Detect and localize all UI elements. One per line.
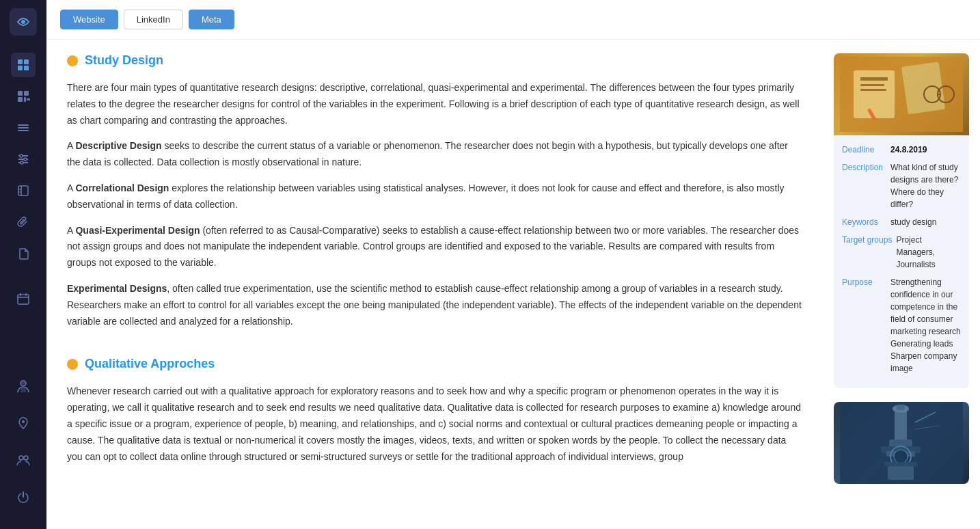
- purpose-label: Purpose: [842, 276, 886, 375]
- sidebar: [0, 0, 46, 529]
- study-design-header: Study Design: [67, 53, 802, 68]
- svg-rect-37: [901, 62, 945, 114]
- grid-icon[interactable]: [11, 53, 36, 77]
- deadline-value: 24.8.2019: [890, 144, 927, 156]
- svg-rect-10: [18, 124, 29, 126]
- svg-rect-3: [18, 66, 23, 70]
- study-design-card-body: Deadline 24.8.2019 Description What kind…: [834, 135, 969, 388]
- qualitative-card-image: [834, 402, 969, 484]
- keywords-row: Keywords study design: [842, 216, 961, 228]
- filter-icon[interactable]: [11, 147, 36, 172]
- qualitative-title: Qualitative Approches: [85, 357, 215, 371]
- study-design-para-1: There are four main types of quantitativ…: [67, 80, 802, 128]
- svg-rect-2: [24, 59, 29, 64]
- svg-point-16: [20, 154, 23, 157]
- right-panel: Deadline 24.8.2019 Description What kind…: [823, 40, 980, 529]
- location-icon[interactable]: [11, 411, 36, 435]
- keywords-label: Keywords: [842, 216, 886, 228]
- target-groups-value: Project Managers, Journalists: [896, 234, 961, 271]
- target-groups-label: Target groups: [842, 234, 892, 271]
- svg-rect-35: [860, 84, 884, 86]
- svg-rect-23: [18, 295, 29, 304]
- svg-rect-52: [897, 405, 905, 410]
- svg-point-18: [21, 161, 23, 164]
- attach-icon[interactable]: [11, 210, 36, 234]
- top-navigation: Website LinkedIn Meta: [46, 0, 980, 40]
- linkedin-tab[interactable]: LinkedIn: [124, 10, 183, 29]
- calendar-icon[interactable]: [11, 286, 36, 311]
- svg-rect-4: [24, 66, 29, 70]
- svg-point-0: [21, 20, 25, 24]
- qualitative-card: [834, 402, 969, 484]
- svg-rect-9: [27, 98, 30, 100]
- purpose-value: Strengthening confidence in our competen…: [890, 276, 961, 375]
- contacts-icon[interactable]: [11, 178, 36, 203]
- svg-rect-1: [18, 59, 23, 64]
- svg-rect-50: [888, 466, 914, 480]
- description-value: What kind of study designs are there? Wh…: [890, 161, 961, 211]
- team-icon[interactable]: [11, 448, 36, 472]
- study-design-para-4: A Quasi-Experimental Design (often refer…: [67, 223, 802, 271]
- svg-rect-11: [18, 127, 29, 128]
- power-icon[interactable]: [11, 485, 36, 509]
- deadline-label: Deadline: [842, 144, 886, 156]
- svg-rect-8: [24, 97, 26, 102]
- deadline-row: Deadline 24.8.2019: [842, 144, 961, 156]
- add-grid-icon[interactable]: [11, 84, 36, 109]
- orange-dot-2-icon: [67, 359, 78, 370]
- keywords-value: study design: [890, 216, 936, 228]
- website-tab[interactable]: Website: [60, 10, 118, 29]
- svg-rect-12: [18, 130, 29, 131]
- svg-rect-34: [860, 77, 888, 81]
- study-design-card-image: [834, 53, 969, 135]
- qualitative-section: Qualitative Approches Whenever research …: [67, 357, 802, 465]
- svg-rect-43: [895, 409, 907, 443]
- svg-rect-19: [18, 186, 28, 195]
- svg-point-29: [22, 420, 25, 423]
- study-design-title: Study Design: [85, 53, 163, 68]
- qualitative-header: Qualitative Approches: [67, 357, 802, 371]
- description-label: Description: [842, 161, 886, 211]
- svg-rect-28: [21, 388, 26, 392]
- description-row: Description What kind of study designs a…: [842, 161, 961, 211]
- svg-rect-6: [24, 91, 29, 96]
- articles-area: Study Design There are four main types o…: [46, 40, 823, 529]
- svg-point-17: [24, 158, 27, 161]
- study-design-card: Deadline 24.8.2019 Description What kind…: [834, 53, 969, 388]
- meta-tab[interactable]: Meta: [189, 10, 234, 29]
- study-design-para-3: A Correlational Design explores the rela…: [67, 180, 802, 213]
- study-design-para-2: A Descriptive Design seeks to describe t…: [67, 138, 802, 171]
- document-icon[interactable]: [11, 241, 36, 266]
- svg-rect-36: [860, 89, 886, 91]
- svg-rect-49: [884, 462, 917, 466]
- list-icon[interactable]: [11, 116, 36, 140]
- svg-rect-5: [18, 91, 23, 96]
- qualitative-para-1: Whenever research carried out with a qua…: [67, 383, 802, 465]
- svg-point-27: [21, 381, 26, 386]
- svg-rect-7: [18, 97, 23, 102]
- svg-point-48: [894, 450, 908, 463]
- study-design-section: Study Design There are four main types o…: [67, 53, 802, 329]
- content-body: Study Design There are four main types o…: [46, 40, 980, 529]
- person-icon[interactable]: [11, 374, 36, 398]
- orange-dot-icon: [67, 55, 78, 66]
- main-area: Website LinkedIn Meta Study Design There…: [46, 0, 980, 529]
- purpose-row: Purpose Strengthening confidence in our …: [842, 276, 961, 375]
- target-groups-row: Target groups Project Managers, Journali…: [842, 234, 961, 271]
- app-logo[interactable]: [10, 8, 37, 36]
- svg-point-31: [24, 456, 28, 460]
- svg-point-30: [19, 456, 23, 460]
- study-design-para-5: Experimental Designs, often called true …: [67, 281, 802, 329]
